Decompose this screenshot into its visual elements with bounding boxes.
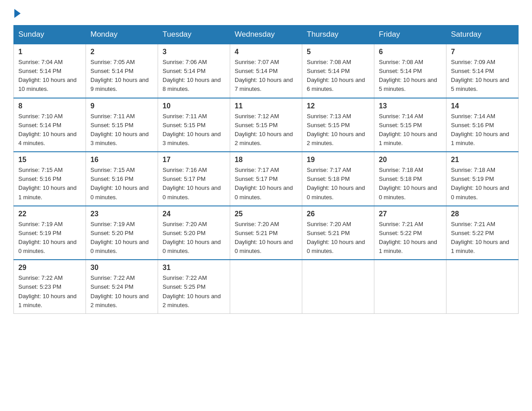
day-number: 25 xyxy=(235,210,297,218)
calendar-cell: 16 Sunrise: 7:15 AMSunset: 5:16 PMDaylig… xyxy=(86,152,158,206)
day-number: 5 xyxy=(307,48,369,56)
day-info: Sunrise: 7:18 AMSunset: 5:18 PMDaylight:… xyxy=(379,167,437,200)
calendar-cell: 31 Sunrise: 7:22 AMSunset: 5:25 PMDaylig… xyxy=(158,260,230,313)
day-number: 14 xyxy=(451,102,514,110)
day-number: 9 xyxy=(90,102,153,110)
day-number: 7 xyxy=(451,48,514,56)
calendar-cell: 20 Sunrise: 7:18 AMSunset: 5:18 PMDaylig… xyxy=(374,152,446,206)
calendar-week-row: 1 Sunrise: 7:04 AMSunset: 5:14 PMDayligh… xyxy=(14,44,519,98)
day-number: 4 xyxy=(235,48,297,56)
day-number: 12 xyxy=(307,102,369,110)
day-info: Sunrise: 7:22 AMSunset: 5:23 PMDaylight:… xyxy=(18,274,77,308)
day-info: Sunrise: 7:06 AMSunset: 5:14 PMDaylight:… xyxy=(163,59,221,92)
calendar-cell xyxy=(374,260,446,313)
day-number: 31 xyxy=(163,264,225,272)
day-info: Sunrise: 7:20 AMSunset: 5:21 PMDaylight:… xyxy=(235,221,293,254)
day-number: 23 xyxy=(90,210,153,218)
calendar-cell: 26 Sunrise: 7:20 AMSunset: 5:21 PMDaylig… xyxy=(302,206,374,260)
day-info: Sunrise: 7:19 AMSunset: 5:19 PMDaylight:… xyxy=(18,221,77,254)
day-number: 13 xyxy=(379,102,442,110)
day-info: Sunrise: 7:15 AMSunset: 5:16 PMDaylight:… xyxy=(90,167,149,200)
day-info: Sunrise: 7:18 AMSunset: 5:19 PMDaylight:… xyxy=(451,167,509,200)
calendar-cell: 12 Sunrise: 7:13 AMSunset: 5:15 PMDaylig… xyxy=(302,98,374,152)
day-number: 26 xyxy=(307,210,369,218)
calendar-week-row: 22 Sunrise: 7:19 AMSunset: 5:19 PMDaylig… xyxy=(14,206,519,260)
calendar-cell: 27 Sunrise: 7:21 AMSunset: 5:22 PMDaylig… xyxy=(374,206,446,260)
calendar-cell: 18 Sunrise: 7:17 AMSunset: 5:17 PMDaylig… xyxy=(230,152,302,206)
calendar-cell: 11 Sunrise: 7:12 AMSunset: 5:15 PMDaylig… xyxy=(230,98,302,152)
day-number: 19 xyxy=(307,156,369,164)
day-info: Sunrise: 7:07 AMSunset: 5:14 PMDaylight:… xyxy=(235,59,293,92)
day-number: 15 xyxy=(18,156,81,164)
day-number: 1 xyxy=(18,48,81,56)
day-info: Sunrise: 7:21 AMSunset: 5:22 PMDaylight:… xyxy=(451,221,509,254)
day-info: Sunrise: 7:08 AMSunset: 5:14 PMDaylight:… xyxy=(379,59,437,92)
calendar-cell: 9 Sunrise: 7:11 AMSunset: 5:15 PMDayligh… xyxy=(86,98,158,152)
calendar-cell: 19 Sunrise: 7:17 AMSunset: 5:18 PMDaylig… xyxy=(302,152,374,206)
day-info: Sunrise: 7:22 AMSunset: 5:25 PMDaylight:… xyxy=(163,274,221,308)
day-info: Sunrise: 7:17 AMSunset: 5:18 PMDaylight:… xyxy=(307,167,365,200)
day-number: 22 xyxy=(18,210,81,218)
day-number: 10 xyxy=(163,102,225,110)
calendar-cell: 25 Sunrise: 7:20 AMSunset: 5:21 PMDaylig… xyxy=(230,206,302,260)
calendar-cell: 22 Sunrise: 7:19 AMSunset: 5:19 PMDaylig… xyxy=(14,206,86,260)
calendar-cell: 3 Sunrise: 7:06 AMSunset: 5:14 PMDayligh… xyxy=(158,44,230,98)
day-number: 3 xyxy=(163,48,225,56)
day-info: Sunrise: 7:05 AMSunset: 5:14 PMDaylight:… xyxy=(90,59,149,92)
calendar-cell: 5 Sunrise: 7:08 AMSunset: 5:14 PMDayligh… xyxy=(302,44,374,98)
day-info: Sunrise: 7:04 AMSunset: 5:14 PMDaylight:… xyxy=(18,59,77,92)
calendar-cell: 1 Sunrise: 7:04 AMSunset: 5:14 PMDayligh… xyxy=(14,44,86,98)
day-info: Sunrise: 7:19 AMSunset: 5:20 PMDaylight:… xyxy=(90,221,149,254)
calendar-header-tuesday: Tuesday xyxy=(158,26,230,44)
calendar-cell: 6 Sunrise: 7:08 AMSunset: 5:14 PMDayligh… xyxy=(374,44,446,98)
day-number: 21 xyxy=(451,156,514,164)
day-number: 30 xyxy=(90,264,153,272)
calendar-header-sunday: Sunday xyxy=(14,26,86,44)
day-info: Sunrise: 7:13 AMSunset: 5:15 PMDaylight:… xyxy=(307,113,365,146)
day-number: 6 xyxy=(379,48,442,56)
day-number: 16 xyxy=(90,156,153,164)
logo-arrow-icon xyxy=(14,9,21,18)
calendar-cell: 13 Sunrise: 7:14 AMSunset: 5:15 PMDaylig… xyxy=(374,98,446,152)
day-number: 11 xyxy=(235,102,297,110)
day-info: Sunrise: 7:11 AMSunset: 5:15 PMDaylight:… xyxy=(163,113,221,146)
day-number: 17 xyxy=(163,156,225,164)
calendar-cell: 4 Sunrise: 7:07 AMSunset: 5:14 PMDayligh… xyxy=(230,44,302,98)
day-info: Sunrise: 7:16 AMSunset: 5:17 PMDaylight:… xyxy=(163,167,221,200)
day-info: Sunrise: 7:22 AMSunset: 5:24 PMDaylight:… xyxy=(90,274,149,308)
calendar-header-monday: Monday xyxy=(86,26,158,44)
calendar-header-row: SundayMondayTuesdayWednesdayThursdayFrid… xyxy=(14,26,519,44)
day-number: 28 xyxy=(451,210,514,218)
day-info: Sunrise: 7:17 AMSunset: 5:17 PMDaylight:… xyxy=(235,167,293,200)
calendar-header-saturday: Saturday xyxy=(446,26,519,44)
day-info: Sunrise: 7:20 AMSunset: 5:20 PMDaylight:… xyxy=(163,221,221,254)
calendar-week-row: 29 Sunrise: 7:22 AMSunset: 5:23 PMDaylig… xyxy=(14,260,519,313)
day-number: 2 xyxy=(90,48,153,56)
calendar-header-wednesday: Wednesday xyxy=(230,26,302,44)
calendar-cell xyxy=(446,260,519,313)
calendar-cell: 10 Sunrise: 7:11 AMSunset: 5:15 PMDaylig… xyxy=(158,98,230,152)
day-info: Sunrise: 7:08 AMSunset: 5:14 PMDaylight:… xyxy=(307,59,365,92)
calendar-cell: 7 Sunrise: 7:09 AMSunset: 5:14 PMDayligh… xyxy=(446,44,519,98)
logo xyxy=(13,9,21,16)
day-info: Sunrise: 7:21 AMSunset: 5:22 PMDaylight:… xyxy=(379,221,437,254)
calendar-week-row: 8 Sunrise: 7:10 AMSunset: 5:14 PMDayligh… xyxy=(14,98,519,152)
calendar-cell: 23 Sunrise: 7:19 AMSunset: 5:20 PMDaylig… xyxy=(86,206,158,260)
calendar-cell: 15 Sunrise: 7:15 AMSunset: 5:16 PMDaylig… xyxy=(14,152,86,206)
calendar-cell: 29 Sunrise: 7:22 AMSunset: 5:23 PMDaylig… xyxy=(14,260,86,313)
day-number: 29 xyxy=(18,264,81,272)
calendar-cell: 24 Sunrise: 7:20 AMSunset: 5:20 PMDaylig… xyxy=(158,206,230,260)
calendar-cell xyxy=(302,260,374,313)
calendar-cell: 17 Sunrise: 7:16 AMSunset: 5:17 PMDaylig… xyxy=(158,152,230,206)
calendar-cell: 14 Sunrise: 7:14 AMSunset: 5:16 PMDaylig… xyxy=(446,98,519,152)
day-info: Sunrise: 7:20 AMSunset: 5:21 PMDaylight:… xyxy=(307,221,365,254)
day-info: Sunrise: 7:10 AMSunset: 5:14 PMDaylight:… xyxy=(18,113,77,146)
day-info: Sunrise: 7:09 AMSunset: 5:14 PMDaylight:… xyxy=(451,59,509,92)
calendar-cell: 28 Sunrise: 7:21 AMSunset: 5:22 PMDaylig… xyxy=(446,206,519,260)
header xyxy=(13,9,519,16)
calendar-header-friday: Friday xyxy=(374,26,446,44)
day-info: Sunrise: 7:12 AMSunset: 5:15 PMDaylight:… xyxy=(235,113,293,146)
day-info: Sunrise: 7:14 AMSunset: 5:15 PMDaylight:… xyxy=(379,113,437,146)
day-number: 27 xyxy=(379,210,442,218)
day-info: Sunrise: 7:11 AMSunset: 5:15 PMDaylight:… xyxy=(90,113,149,146)
